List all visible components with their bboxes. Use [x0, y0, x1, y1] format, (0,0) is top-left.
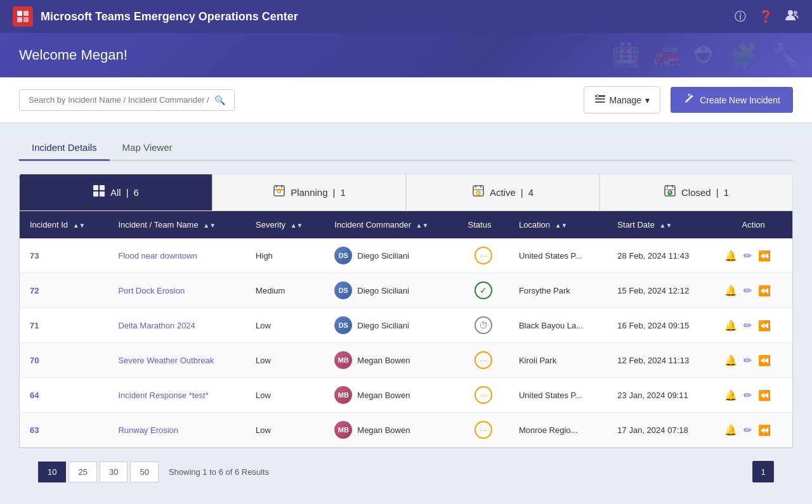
info-icon[interactable]: ⓘ: [735, 9, 746, 24]
page-size-50[interactable]: 50: [130, 462, 158, 482]
search-input[interactable]: [29, 95, 209, 105]
tab-incident-details[interactable]: Incident Details: [19, 136, 110, 161]
cell-status: ✓: [458, 273, 509, 308]
status-tab-closed[interactable]: Closed | 1: [599, 174, 793, 211]
svg-rect-11: [100, 185, 105, 190]
incident-name-value[interactable]: Port Dock Erosion: [118, 286, 185, 295]
col-location[interactable]: Location ▲▼: [509, 211, 607, 238]
incident-id-value[interactable]: 72: [30, 286, 39, 295]
avatar: MB: [334, 386, 352, 404]
col-commander[interactable]: Incident Commander ▲▼: [324, 211, 457, 238]
incident-name-value[interactable]: Incident Response *test*: [118, 391, 208, 400]
view-tabs: Incident Details Map Viewer: [19, 136, 793, 161]
status-tab-active[interactable]: Active | 4: [406, 174, 599, 211]
cell-commander: DS Diego Siciliani: [324, 308, 457, 343]
col-id[interactable]: Incident Id ▲▼: [20, 211, 108, 238]
incidents-table: Incident Id ▲▼ Incident / Team Name ▲▼ S…: [20, 211, 792, 448]
svg-rect-12: [93, 191, 98, 197]
cell-startdate: 23 Jan, 2024 09:11: [607, 378, 714, 413]
notify-icon[interactable]: 🔔: [724, 389, 737, 401]
deco-icon-3: ⛑: [694, 42, 717, 68]
cell-status: ···: [458, 378, 509, 413]
cell-status: ⏱: [458, 308, 509, 343]
incident-name-value[interactable]: Flood near downtown: [118, 251, 197, 261]
notify-icon[interactable]: 🔔: [724, 285, 737, 297]
commander-name: Megan Bowen: [357, 356, 410, 365]
incident-name-value[interactable]: Severe Weather Outbreak: [118, 356, 214, 365]
notify-icon[interactable]: 🔔: [724, 320, 737, 332]
people-icon[interactable]: [785, 10, 799, 24]
incident-id-value[interactable]: 70: [30, 356, 39, 365]
search-container[interactable]: 🔍: [19, 89, 235, 111]
incident-name-value[interactable]: Delta Marathon 2024: [118, 321, 195, 330]
cell-action: 🔔 ✏ ⏪: [714, 238, 792, 273]
cell-name: Runway Erosion: [108, 413, 246, 448]
status-tabs: All | 6 Planning | 1: [19, 174, 793, 211]
commander-name: Megan Bowen: [357, 391, 410, 400]
manage-label: Manage: [610, 95, 642, 105]
status-active-icon: ···: [475, 351, 492, 369]
edit-icon[interactable]: ✏: [743, 320, 752, 332]
svg-rect-0: [17, 11, 22, 16]
cell-name: Severe Weather Outbreak: [108, 343, 246, 378]
deco-icon-1: 🏥: [612, 42, 640, 68]
create-incident-button[interactable]: Create New Incident: [671, 87, 793, 113]
edit-icon[interactable]: ✏: [743, 424, 752, 436]
history-icon[interactable]: ⏪: [758, 320, 771, 332]
cell-commander: MB Megan Bowen: [324, 378, 457, 413]
notify-icon[interactable]: 🔔: [724, 354, 737, 366]
history-icon[interactable]: ⏪: [758, 250, 771, 262]
sort-commander-icon: ▲▼: [416, 222, 429, 229]
cell-severity: Low: [246, 343, 324, 378]
edit-icon[interactable]: ✏: [743, 354, 752, 366]
manage-chevron-icon: ▾: [645, 95, 650, 105]
cell-action: 🔔 ✏ ⏪: [714, 378, 792, 413]
edit-icon[interactable]: ✏: [743, 285, 752, 297]
help-icon[interactable]: ❓: [759, 10, 773, 23]
avatar: DS: [334, 247, 352, 264]
cell-action: 🔔 ✏ ⏪: [714, 273, 792, 308]
history-icon[interactable]: ⏪: [758, 424, 771, 436]
cell-name: Port Dock Erosion: [108, 273, 246, 308]
col-startdate[interactable]: Start Date ▲▼: [607, 211, 714, 238]
notify-icon[interactable]: 🔔: [724, 250, 737, 262]
cell-commander: DS Diego Siciliani: [324, 273, 457, 308]
incident-id-value[interactable]: 64: [30, 391, 39, 400]
planning-tab-label: Planning: [291, 187, 327, 198]
manage-button[interactable]: Manage ▾: [584, 86, 661, 113]
cell-startdate: 15 Feb, 2024 12:12: [607, 273, 714, 308]
sort-date-icon: ▲▼: [660, 222, 672, 229]
incident-name-value[interactable]: Runway Erosion: [118, 425, 178, 435]
notify-icon[interactable]: 🔔: [724, 424, 737, 436]
incident-id-value[interactable]: 71: [30, 321, 39, 330]
avatar: MB: [334, 421, 352, 439]
edit-icon[interactable]: ✏: [743, 389, 752, 401]
cell-severity: Low: [246, 413, 324, 448]
svg-rect-13: [100, 191, 105, 197]
tab-map-viewer[interactable]: Map Viewer: [110, 136, 185, 161]
col-severity[interactable]: Severity ▲▼: [246, 211, 324, 238]
incident-id-value[interactable]: 73: [30, 251, 39, 261]
page-size-25[interactable]: 25: [69, 462, 96, 482]
status-tab-planning[interactable]: Planning | 1: [213, 174, 406, 211]
cell-name: Incident Response *test*: [108, 378, 246, 413]
history-icon[interactable]: ⏪: [758, 285, 771, 297]
page-size-group: 10 25 30 50: [38, 462, 159, 482]
cell-name: Delta Marathon 2024: [108, 308, 246, 343]
table-row: 63 Runway Erosion Low MB Megan Bowen ···…: [20, 413, 792, 448]
commander-name: Megan Bowen: [357, 425, 410, 435]
toolbar: 🔍 Manage ▾ Create N: [0, 77, 812, 123]
search-icon: 🔍: [214, 95, 225, 105]
welcome-banner: Welcome Megan! 🏥 🚒 ⛑ 🧩 🔧: [0, 33, 812, 77]
page-1-button[interactable]: 1: [752, 461, 774, 482]
page-size-10[interactable]: 10: [38, 462, 66, 482]
col-name[interactable]: Incident / Team Name ▲▼: [108, 211, 246, 238]
incident-id-value[interactable]: 63: [30, 425, 39, 435]
edit-icon[interactable]: ✏: [743, 250, 752, 262]
page-size-30[interactable]: 30: [100, 462, 128, 482]
cell-severity: Medium: [246, 273, 324, 308]
history-icon[interactable]: ⏪: [758, 389, 771, 401]
cell-commander: MB Megan Bowen: [324, 413, 457, 448]
history-icon[interactable]: ⏪: [758, 354, 771, 366]
status-tab-all[interactable]: All | 6: [19, 174, 213, 211]
